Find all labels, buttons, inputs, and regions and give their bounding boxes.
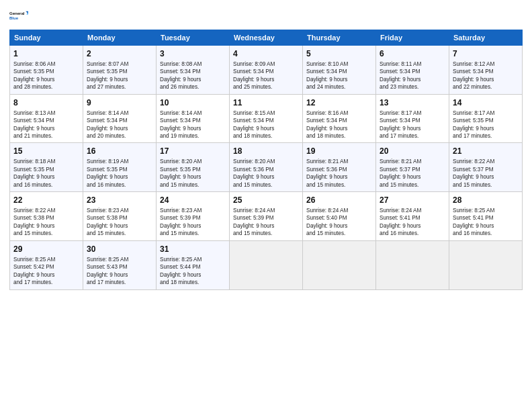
day-info: Sunrise: 8:14 AM (160, 109, 226, 117)
day-info: and 15 minutes. (233, 181, 299, 189)
day-info: Daylight: 9 hours (380, 76, 445, 83)
day-number: 4 (233, 48, 299, 60)
day-info: Sunrise: 8:20 AM (233, 158, 299, 165)
day-info: Daylight: 9 hours (233, 125, 299, 132)
day-info: and 17 minutes. (453, 132, 519, 140)
day-info: Daylight: 9 hours (453, 76, 519, 83)
day-info: Sunrise: 8:14 AM (87, 109, 152, 117)
day-info: Daylight: 9 hours (306, 125, 372, 132)
day-info: Sunset: 5:41 PM (453, 214, 519, 222)
day-info: and 16 minutes. (87, 181, 152, 189)
day-info: Sunset: 5:34 PM (306, 117, 372, 124)
day-info: Sunset: 5:35 PM (87, 68, 152, 75)
day-info: Daylight: 9 hours (453, 222, 519, 230)
day-cell (230, 240, 303, 289)
day-info: Sunrise: 8:25 AM (87, 256, 152, 263)
logo: General Blue (9, 7, 28, 26)
day-info: and 22 minutes. (453, 83, 519, 91)
day-info: Daylight: 9 hours (306, 76, 372, 83)
day-info: Sunset: 5:35 PM (160, 166, 226, 173)
day-info: Sunrise: 8:25 AM (13, 256, 79, 263)
day-cell: 11Sunrise: 8:15 AMSunset: 5:34 PMDayligh… (230, 94, 303, 143)
day-info: and 15 minutes. (160, 230, 226, 237)
day-cell: 6Sunrise: 8:11 AMSunset: 5:34 PMDaylight… (376, 46, 449, 95)
day-info: Sunset: 5:36 PM (233, 166, 299, 173)
day-info: Sunrise: 8:09 AM (233, 60, 299, 68)
day-info: Sunset: 5:34 PM (380, 117, 445, 124)
day-info: Sunset: 5:37 PM (453, 166, 519, 173)
week-row-3: 15Sunrise: 8:18 AMSunset: 5:35 PMDayligh… (10, 143, 523, 192)
day-number: 3 (160, 48, 226, 60)
day-info: Daylight: 9 hours (87, 222, 152, 230)
week-row-5: 29Sunrise: 8:25 AMSunset: 5:42 PMDayligh… (10, 240, 523, 289)
day-cell: 9Sunrise: 8:14 AMSunset: 5:34 PMDaylight… (83, 94, 157, 143)
day-info: Daylight: 9 hours (453, 125, 519, 132)
day-info: Daylight: 9 hours (453, 173, 519, 181)
day-info: Sunset: 5:39 PM (233, 214, 299, 222)
day-number: 5 (306, 48, 372, 60)
day-cell: 29Sunrise: 8:25 AMSunset: 5:42 PMDayligh… (10, 240, 83, 289)
day-number: 18 (233, 146, 299, 157)
day-info: Daylight: 9 hours (160, 173, 226, 181)
day-cell (376, 240, 449, 289)
day-info: Daylight: 9 hours (13, 271, 79, 279)
day-info: Daylight: 9 hours (233, 222, 299, 230)
day-number: 12 (306, 97, 372, 109)
day-cell: 26Sunrise: 8:24 AMSunset: 5:40 PMDayligh… (303, 192, 376, 241)
day-info: Sunrise: 8:24 AM (380, 207, 445, 214)
day-number: 20 (380, 146, 445, 157)
day-info: Daylight: 9 hours (160, 76, 226, 83)
day-cell: 12Sunrise: 8:16 AMSunset: 5:34 PMDayligh… (303, 94, 376, 143)
svg-text:General: General (9, 11, 25, 15)
day-info: and 23 minutes. (380, 83, 445, 91)
day-info: and 15 minutes. (380, 181, 445, 189)
day-info: Daylight: 9 hours (306, 222, 372, 230)
day-info: Sunset: 5:37 PM (380, 166, 445, 173)
day-info: Sunrise: 8:23 AM (87, 207, 152, 214)
day-info: Sunset: 5:34 PM (306, 68, 372, 75)
day-info: Daylight: 9 hours (306, 173, 372, 181)
day-info: Daylight: 9 hours (233, 173, 299, 181)
day-cell: 16Sunrise: 8:19 AMSunset: 5:35 PMDayligh… (83, 143, 157, 192)
day-info: Daylight: 9 hours (233, 76, 299, 83)
day-number: 6 (380, 48, 445, 60)
day-info: Sunset: 5:40 PM (306, 214, 372, 222)
day-cell: 22Sunrise: 8:22 AMSunset: 5:38 PMDayligh… (10, 192, 83, 241)
day-info: Sunrise: 8:22 AM (13, 207, 79, 214)
day-info: Daylight: 9 hours (87, 271, 152, 279)
header-cell-friday: Friday (376, 30, 449, 46)
day-info: Sunrise: 8:12 AM (453, 60, 519, 68)
header-cell-monday: Monday (83, 30, 157, 46)
day-info: Sunset: 5:34 PM (160, 117, 226, 124)
day-info: and 20 minutes. (87, 132, 152, 140)
day-info: Sunrise: 8:15 AM (233, 109, 299, 117)
day-info: Sunrise: 8:23 AM (160, 207, 226, 214)
day-info: and 16 minutes. (13, 181, 79, 189)
day-info: and 17 minutes. (13, 279, 79, 286)
page: General Blue SundayMondayTuesdayWednesda… (0, 0, 532, 411)
week-row-2: 8Sunrise: 8:13 AMSunset: 5:34 PMDaylight… (10, 94, 523, 143)
day-info: Daylight: 9 hours (380, 173, 445, 181)
day-info: Sunrise: 8:10 AM (306, 60, 372, 68)
day-info: Sunrise: 8:21 AM (306, 158, 372, 165)
day-info: Sunset: 5:34 PM (453, 68, 519, 75)
day-cell (303, 240, 376, 289)
day-info: Sunrise: 8:25 AM (160, 256, 226, 263)
day-number: 16 (87, 146, 152, 157)
day-number: 23 (87, 195, 152, 206)
week-row-4: 22Sunrise: 8:22 AMSunset: 5:38 PMDayligh… (10, 192, 523, 241)
day-cell: 30Sunrise: 8:25 AMSunset: 5:43 PMDayligh… (83, 240, 157, 289)
day-info: Daylight: 9 hours (13, 76, 79, 83)
calendar-body: 1Sunrise: 8:06 AMSunset: 5:35 PMDaylight… (10, 46, 523, 290)
day-info: and 24 minutes. (306, 83, 372, 91)
day-cell: 21Sunrise: 8:22 AMSunset: 5:37 PMDayligh… (449, 143, 523, 192)
day-cell: 3Sunrise: 8:08 AMSunset: 5:34 PMDaylight… (157, 46, 230, 95)
day-cell: 31Sunrise: 8:25 AMSunset: 5:44 PMDayligh… (157, 240, 230, 289)
day-info: Sunrise: 8:19 AM (87, 158, 152, 165)
day-info: Daylight: 9 hours (160, 271, 226, 279)
day-cell: 27Sunrise: 8:24 AMSunset: 5:41 PMDayligh… (376, 192, 449, 241)
day-info: and 17 minutes. (87, 279, 152, 286)
day-info: Sunset: 5:35 PM (87, 166, 152, 173)
day-info: and 27 minutes. (87, 83, 152, 91)
day-info: and 16 minutes. (380, 230, 445, 237)
